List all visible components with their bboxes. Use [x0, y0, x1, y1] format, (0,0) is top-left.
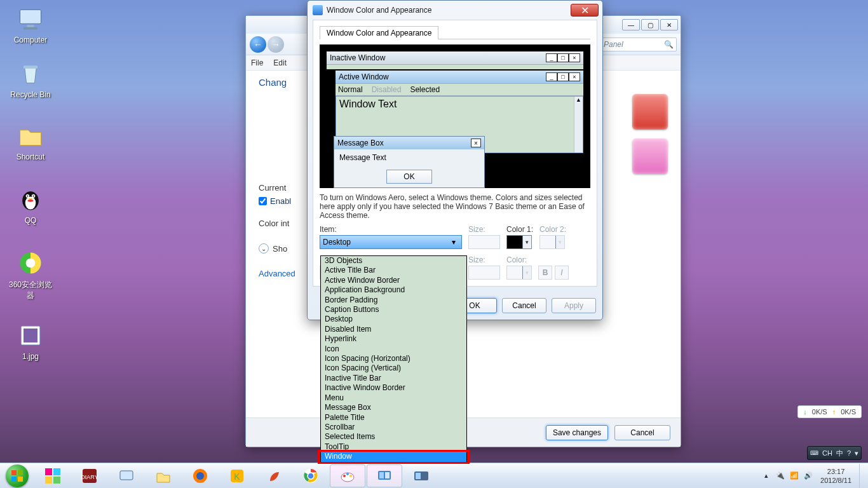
dropdown-option[interactable]: ToolTip: [321, 442, 466, 452]
cancel-button[interactable]: Cancel: [502, 298, 546, 313]
dropdown-option[interactable]: Menu: [321, 393, 466, 403]
help-icon[interactable]: ?: [847, 449, 851, 457]
taskbar-clock[interactable]: 23:17 2012/8/11: [815, 467, 857, 485]
penguin-icon: [15, 184, 46, 215]
desktop-icon-image[interactable]: 1.jpg: [6, 320, 55, 361]
cancel-button[interactable]: Cancel: [614, 425, 670, 440]
taskbar-explorer[interactable]: [146, 464, 181, 487]
show-desktop-button[interactable]: [859, 464, 864, 488]
tray-show-hidden-icon[interactable]: ▴: [761, 470, 772, 482]
dialog-tab[interactable]: Window Color and Appearance: [320, 26, 438, 39]
size-label: Size:: [468, 225, 500, 234]
tray-network-icon[interactable]: 📶: [789, 470, 800, 482]
taskbar-app-9[interactable]: [403, 464, 439, 487]
color1-swatch: [507, 236, 522, 248]
taskbar-app-5[interactable]: K: [219, 464, 255, 487]
recycle-bin-icon: [15, 58, 46, 89]
taskbar: DIARY K ▴ 🔌 📶 🔊 23:17 2012/8/11: [0, 463, 868, 488]
svg-rect-15: [11, 470, 17, 475]
dropdown-option[interactable]: Icon Spacing (Vertical): [321, 363, 466, 373]
nav-forward-button[interactable]: →: [268, 36, 284, 53]
dropdown-option[interactable]: Inactive Title Bar: [321, 374, 466, 383]
color1-picker[interactable]: ▾: [506, 235, 532, 249]
svg-rect-17: [11, 477, 17, 482]
size-spinbox: [468, 235, 500, 249]
desktop-icon-shortcut[interactable]: Shortcut: [6, 121, 55, 161]
icon-label: 360安全浏览器: [6, 280, 55, 301]
taskbar-app-1[interactable]: [35, 464, 71, 487]
icon-label: QQ: [6, 216, 55, 225]
taskbar-chrome[interactable]: [293, 464, 329, 487]
dropdown-option[interactable]: Active Window Border: [321, 276, 466, 285]
dropdown-option[interactable]: Disabled Item: [321, 325, 466, 334]
svg-point-10: [27, 200, 33, 202]
dropdown-option[interactable]: Application Background: [321, 285, 466, 295]
menu-file[interactable]: File: [251, 58, 263, 67]
desktop-icon-360[interactable]: 360安全浏览器: [6, 248, 55, 301]
dropdown-option[interactable]: Message Box: [321, 403, 466, 412]
network-speed-overlay[interactable]: ↓0K/S ↑0K/S: [797, 405, 862, 418]
save-changes-button[interactable]: Save changes: [546, 425, 608, 440]
dropdown-option[interactable]: Icon: [321, 344, 466, 354]
dropdown-option[interactable]: Window: [321, 452, 466, 461]
svg-rect-14: [24, 329, 37, 342]
dropdown-option[interactable]: Caption Buttons: [321, 305, 466, 315]
item-combobox[interactable]: Desktop ▾: [320, 235, 462, 249]
language-bar[interactable]: ⌨ CH 中 ? ▾: [807, 446, 862, 460]
ime-icon[interactable]: 中: [836, 449, 843, 458]
close-button[interactable]: ✕: [660, 19, 678, 30]
lang-indicator-icon: ⌨: [810, 450, 818, 456]
desktop-icon-qq[interactable]: QQ: [6, 184, 55, 225]
search-box[interactable]: Panel 🔍: [600, 37, 677, 51]
color-swatch-red[interactable]: [632, 94, 668, 130]
dialog-titlebar[interactable]: Window Color and Appearance ✕: [308, 1, 602, 20]
dropdown-option[interactable]: Desktop: [321, 315, 466, 324]
color-swatch-pink[interactable]: [632, 139, 668, 174]
enable-transparency-checkbox[interactable]: Enabl: [259, 196, 291, 206]
taskbar-paint[interactable]: [330, 464, 365, 487]
enable-transparency-input[interactable]: [259, 197, 267, 205]
dropdown-option[interactable]: Selected Items: [321, 432, 466, 442]
nav-back-button[interactable]: ←: [250, 36, 266, 53]
search-icon[interactable]: 🔍: [664, 40, 674, 49]
dialog-icon: [313, 5, 323, 15]
options-icon[interactable]: ▾: [855, 449, 858, 458]
chevron-down-icon: ▾: [449, 236, 459, 248]
taskbar-app-3[interactable]: [109, 464, 144, 487]
svg-rect-19: [45, 468, 52, 475]
item-dropdown-list[interactable]: 3D ObjectsActive Title BarActive Window …: [320, 255, 467, 463]
taskbar-firefox[interactable]: [182, 464, 218, 487]
svg-point-35: [346, 473, 349, 475]
dropdown-option[interactable]: Inactive Window Border: [321, 383, 466, 393]
maximize-button[interactable]: ▢: [641, 19, 659, 30]
preview-area: Inactive Window _ □ × Active Window _ □: [320, 44, 590, 188]
dialog-close-button[interactable]: ✕: [571, 4, 599, 17]
taskbar-app-2[interactable]: DIARY: [72, 464, 107, 487]
preview-active-titlebar: Active Window _ □ ×: [336, 71, 583, 84]
svg-rect-0: [20, 10, 41, 24]
dropdown-option[interactable]: Palette Title: [321, 413, 466, 423]
dropdown-option[interactable]: Icon Spacing (Horizontal): [321, 354, 466, 363]
start-button[interactable]: [0, 463, 34, 489]
svg-rect-41: [416, 473, 421, 479]
color1-label: Color 1:: [506, 225, 533, 234]
menu-edit[interactable]: Edit: [273, 58, 287, 67]
dropdown-option[interactable]: Hyperlink: [321, 334, 466, 344]
tray-power-icon[interactable]: 🔌: [775, 470, 786, 482]
item-label: Item:: [320, 225, 462, 234]
dropdown-option[interactable]: Active Title Bar: [321, 266, 466, 275]
tray-volume-icon[interactable]: 🔊: [803, 470, 814, 482]
svg-rect-25: [120, 471, 133, 480]
min-icon: _: [546, 72, 557, 81]
taskbar-control-panel[interactable]: [367, 464, 402, 487]
dropdown-option[interactable]: Border Padding: [321, 295, 466, 305]
desktop-icon-computer[interactable]: Computer: [6, 4, 55, 44]
lang-code[interactable]: CH: [822, 449, 832, 457]
min-icon: _: [546, 53, 557, 62]
minimize-button[interactable]: —: [622, 19, 640, 30]
svg-point-8: [27, 195, 28, 196]
dropdown-option[interactable]: 3D Objects: [321, 256, 466, 266]
dropdown-option[interactable]: Scrollbar: [321, 423, 466, 432]
taskbar-app-6[interactable]: [256, 464, 292, 487]
desktop-icon-recycle-bin[interactable]: Recycle Bin: [6, 58, 55, 99]
